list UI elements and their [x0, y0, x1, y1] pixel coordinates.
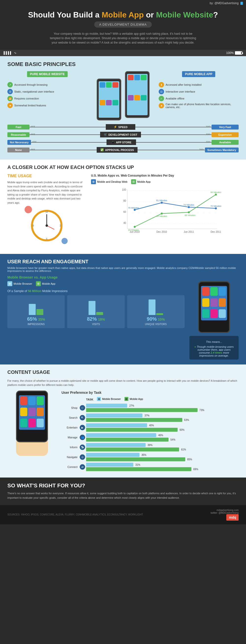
- principle-text: Somewhat limited features: [14, 104, 46, 107]
- app-icon: [112, 100, 118, 106]
- app-icon: [219, 298, 226, 307]
- task-bars: 40% 60%: [86, 423, 239, 432]
- cost-left: Reasonable: [7, 132, 29, 137]
- app-icon: [106, 100, 112, 106]
- grid-icon: ⊞: [124, 397, 128, 401]
- cost-right: Expensive: [212, 132, 239, 137]
- legend-web-label: Mobile and Desktop Web: [97, 180, 127, 183]
- app-icon: [202, 309, 209, 318]
- arrow-right: [141, 134, 212, 135]
- stat-pct-main: 90%: [147, 316, 157, 322]
- sample-highlight: 56 Million: [28, 289, 41, 293]
- app-bar: [86, 408, 198, 412]
- svg-text:94 Minutes: 94 Minutes: [210, 191, 221, 194]
- svg-text:64 Minutes: 64 Minutes: [156, 215, 167, 218]
- install-icon: ⬇: [159, 82, 164, 88]
- double-arrow-icon: »: [194, 345, 196, 348]
- stat-label: IMPRESSIONS: [9, 323, 63, 326]
- svg-text:100: 100: [122, 188, 126, 191]
- principle-item: ☰ Static, navigational user interface: [7, 89, 87, 94]
- cursor-icon: ↗: [7, 82, 13, 88]
- time-usage-text: Mobile apps trump entire web (mobile and…: [7, 180, 86, 205]
- browser-pct: 35%: [141, 454, 146, 456]
- task-label: Shop: [61, 406, 79, 409]
- comp-row-speed: Fast ⚡ SPEED Very Fast: [7, 124, 239, 130]
- app-icon: [128, 75, 134, 80]
- principle-text: Interactive user interface: [166, 90, 195, 93]
- store-left: Not Necessary: [7, 140, 31, 145]
- sample-text: Of a Sample of 56 Million Mobile Impress…: [7, 289, 185, 293]
- phone-in-hand: [16, 390, 48, 442]
- offline-icon: ✓: [159, 96, 164, 101]
- stat-label: UNIQUE VISITORS: [129, 323, 183, 326]
- closer-look-section: A CLOSER LOOK AT HOW EACH OPTION STACKS …: [0, 160, 246, 254]
- stat-chart: [129, 298, 183, 315]
- svg-text:12: 12: [45, 210, 48, 213]
- app-icon: [202, 287, 209, 296]
- task-row-navigate: Navigate ⊙ 35% 65%: [61, 453, 239, 461]
- manage-icon: 👥: [80, 435, 85, 440]
- app-bar: [86, 457, 185, 461]
- line-chart-svg: 100 80 60 40: [100, 187, 239, 236]
- app-bar: [86, 448, 179, 452]
- store-right: Available: [212, 140, 239, 145]
- principles-grid: PURE MOBILE WEBSITE ↗ Accessed through b…: [7, 71, 239, 120]
- app-pct: 65%: [187, 458, 192, 461]
- app-icon: [37, 396, 44, 405]
- twitter-icon[interactable]: t: [240, 2, 243, 5]
- principle-item: ↗ Accessed through browsing: [7, 82, 87, 88]
- app-bar: [86, 467, 191, 471]
- app-pct: 54%: [171, 438, 175, 441]
- time-usage-title: TIME USAGE: [7, 174, 86, 178]
- globe-icon: ⊕: [97, 397, 101, 401]
- web-dot: [215, 207, 217, 209]
- svg-text:6: 6: [46, 238, 47, 240]
- app-icon: [134, 75, 140, 80]
- globe-icon: ⊕: [91, 179, 96, 184]
- content-right: User Preference by Task TASK ⊕ Mobile Br…: [61, 390, 239, 472]
- browser-bar: [86, 404, 127, 408]
- footer: SOURCES: YAHOO, IPSOS, COMSCORE, ALEXA, …: [0, 505, 246, 524]
- means-highlight: 2.4 times: [211, 351, 222, 354]
- legend-app: ⊞ Mobile App: [131, 179, 151, 184]
- task-bars: 31% 69%: [86, 463, 239, 471]
- task-label: Entertain: [61, 426, 79, 429]
- reach-right: This means... » Though mobile-browsing u…: [189, 281, 239, 360]
- wifi-icon: ∿: [14, 51, 16, 55]
- app-icon: [219, 309, 226, 318]
- browser-bar: [86, 423, 147, 427]
- svg-text:70 Minutes: 70 Minutes: [128, 206, 139, 209]
- interactive-icon: ⊡: [159, 89, 164, 94]
- chart-legend: ⊕ Mobile and Desktop Web ⊞ Mobile App: [91, 179, 239, 185]
- arrow-left: [31, 142, 107, 142]
- app-icon: [219, 287, 226, 296]
- browser-bar: [86, 453, 139, 457]
- bubble: [61, 238, 68, 244]
- svg-text:Dec 2010: Dec 2010: [156, 230, 167, 233]
- phone-screen-left: [99, 81, 119, 118]
- stat-impressions: 65% 35% IMPRESSIONS: [7, 295, 65, 328]
- header-section: Should You Build a Mobile App or Mobile …: [0, 6, 246, 50]
- task-row-search: Search 🔍 37% 63%: [61, 414, 239, 422]
- features-icon: ★: [159, 103, 164, 108]
- svg-text:80: 80: [123, 200, 126, 202]
- app-icon: [134, 95, 140, 100]
- web-dot: [161, 202, 163, 204]
- user-pref-title: User Preference by Task: [61, 390, 239, 394]
- principle-text: Accessed after being installed: [166, 83, 202, 86]
- navigate-icon: ⊙: [80, 454, 85, 460]
- inform-icon: 📡: [80, 444, 85, 450]
- legend-browser-label: Mobile Browser: [13, 282, 32, 285]
- means-title: This means...: [192, 340, 236, 343]
- svg-text:Jun 2011: Jun 2011: [184, 230, 194, 233]
- subtitle: A DEVELOPMENT DILEMMA: [94, 22, 152, 28]
- app-icon: [141, 95, 146, 100]
- speed-left: Fast: [7, 124, 29, 130]
- stat-pct-main: 82%: [87, 316, 97, 322]
- comparisons: Fast ⚡ SPEED Very Fast Reasonable 🛒 DEVE…: [7, 124, 239, 153]
- task-label: Navigate: [61, 456, 79, 458]
- app-pct: 69%: [193, 468, 198, 470]
- arrow-right: [138, 150, 205, 150]
- app-icon: [112, 82, 118, 88]
- browser-vs-app-title: Mobile Browser vs. App Usage: [7, 275, 239, 279]
